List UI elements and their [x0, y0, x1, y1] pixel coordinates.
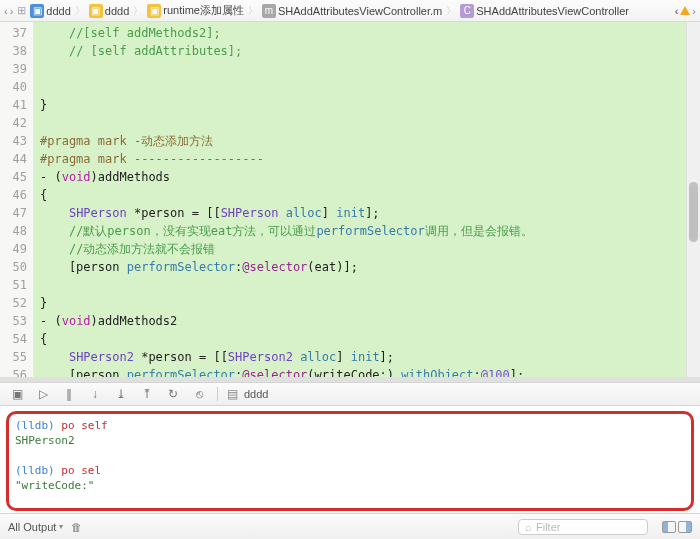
breadcrumb-item[interactable]: ▣dddd [30, 4, 70, 18]
line-number: 48 [0, 222, 27, 240]
proj-icon: ▣ [30, 4, 44, 18]
console-output[interactable]: (lldb) po selfSHPerson2 (lldb) po sel"wr… [6, 411, 694, 511]
line-number: 42 [0, 114, 27, 132]
breadcrumb-label: SHAddAttributesViewController [476, 5, 629, 17]
breadcrumb-bar: ‹ › ⊞ ▣dddd〉▣dddd〉▣runtime添加属性〉mSHAddAtt… [0, 0, 700, 22]
debug-toolbar-button[interactable]: ▣ [8, 387, 26, 401]
code-line[interactable] [40, 276, 700, 294]
breadcrumb-item[interactable]: 〉CSHAddAttributesViewController [442, 4, 629, 18]
breadcrumb-label: runtime添加属性 [163, 3, 244, 18]
code-line[interactable]: { [40, 186, 700, 204]
line-number: 43 [0, 132, 27, 150]
code-line[interactable]: //动态添加方法就不会报错 [40, 240, 700, 258]
breakpoint-icon[interactable]: ▤ [227, 387, 238, 401]
line-gutter: 3738394041424344454647484950515253545556… [0, 22, 34, 377]
debug-toolbar-button[interactable]: ⤓ [112, 387, 130, 401]
code-line[interactable]: [person performSelector:@selector(writeC… [40, 366, 700, 382]
console-line: "writeCode:" [15, 478, 685, 493]
toolbar-separator [217, 387, 218, 401]
breadcrumb-item[interactable]: 〉▣dddd [71, 4, 129, 18]
code-line[interactable]: //默认person，没有实现eat方法，可以通过performSelector… [40, 222, 700, 240]
debug-toolbar-button[interactable]: ↓ [86, 387, 104, 401]
m-icon: m [262, 4, 276, 18]
line-number: 38 [0, 42, 27, 60]
code-line[interactable]: } [40, 294, 700, 312]
show-console-view-button[interactable] [678, 521, 692, 533]
line-number: 47 [0, 204, 27, 222]
breadcrumb-label: SHAddAttributesViewController.m [278, 5, 442, 17]
breadcrumb-item[interactable]: 〉▣runtime添加属性 [129, 3, 244, 18]
line-number: 55 [0, 348, 27, 366]
code-line[interactable]: { [40, 330, 700, 348]
show-variables-view-button[interactable] [662, 521, 676, 533]
console-line [15, 448, 685, 463]
nav-forward-button[interactable]: › [10, 5, 14, 17]
debug-toolbar-button[interactable]: ↻ [164, 387, 182, 401]
debug-toolbar-button[interactable]: ▷ [34, 387, 52, 401]
output-filter-dropdown[interactable]: All Output ▾ [8, 521, 63, 533]
breadcrumb-label: dddd [105, 5, 129, 17]
console-line: 2018-01-01 12:03:51.595260+0800 dddd[271… [15, 508, 685, 511]
debug-console: (lldb) po selfSHPerson2 (lldb) po sel"wr… [0, 406, 700, 513]
related-items-icon[interactable]: ⊞ [17, 4, 26, 17]
code-line[interactable] [40, 60, 700, 78]
line-number: 54 [0, 330, 27, 348]
chevron-down-icon: ▾ [59, 522, 63, 531]
search-icon: ⌕ [525, 521, 532, 533]
line-number: 56 [0, 366, 27, 382]
vertical-scrollbar[interactable] [686, 22, 700, 377]
scrollbar-thumb[interactable] [689, 182, 698, 242]
console-line [15, 493, 685, 508]
line-number: 49 [0, 240, 27, 258]
folder-icon: ▣ [89, 4, 103, 18]
breadcrumb-item[interactable]: 〉mSHAddAttributesViewController.m [244, 4, 442, 18]
code-line[interactable]: SHPerson *person = [[SHPerson alloc] ini… [40, 204, 700, 222]
code-line[interactable]: SHPerson2 *person = [[SHPerson2 alloc] i… [40, 348, 700, 366]
console-line: (lldb) po self [15, 418, 685, 433]
code-line[interactable] [40, 78, 700, 96]
line-number: 44 [0, 150, 27, 168]
line-number: 37 [0, 24, 27, 42]
code-line[interactable]: } [40, 96, 700, 114]
console-line: (lldb) po sel [15, 463, 685, 478]
process-name[interactable]: dddd [244, 388, 268, 400]
line-number: 41 [0, 96, 27, 114]
nav-next-button[interactable]: ‹ [675, 5, 679, 17]
line-number: 51 [0, 276, 27, 294]
clear-console-button[interactable]: 🗑 [71, 521, 82, 533]
code-line[interactable]: - (void)addMethods2 [40, 312, 700, 330]
line-number: 50 [0, 258, 27, 276]
breadcrumb: ⊞ ▣dddd〉▣dddd〉▣runtime添加属性〉mSHAddAttribu… [17, 3, 670, 18]
debug-toolbar: ▣▷‖↓⤓⤒↻⎋ ▤ dddd [0, 382, 700, 406]
c-icon: C [460, 4, 474, 18]
debug-toolbar-button[interactable]: ⤒ [138, 387, 156, 401]
code-area[interactable]: //[self addMethods2]; // [self addAttrib… [34, 22, 700, 382]
nav-back-button[interactable]: ‹ [4, 5, 8, 17]
warning-icon[interactable] [680, 6, 690, 15]
line-number: 40 [0, 78, 27, 96]
code-line[interactable]: [person performSelector:@selector(eat)]; [40, 258, 700, 276]
filter-placeholder: Filter [536, 521, 560, 533]
code-line[interactable]: //[self addMethods2]; [40, 24, 700, 42]
line-number: 39 [0, 60, 27, 78]
assistant-next-button[interactable]: › [692, 5, 696, 17]
line-number: 53 [0, 312, 27, 330]
code-line[interactable]: // [self addAttributes]; [40, 42, 700, 60]
breadcrumb-label: dddd [46, 5, 70, 17]
line-number: 46 [0, 186, 27, 204]
code-editor[interactable]: 3738394041424344454647484950515253545556… [0, 22, 700, 382]
line-number: 45 [0, 168, 27, 186]
code-line[interactable] [40, 114, 700, 132]
output-filter-label: All Output [8, 521, 56, 533]
folder-icon: ▣ [147, 4, 161, 18]
console-filter-input[interactable]: ⌕ Filter [518, 519, 648, 535]
line-number: 52 [0, 294, 27, 312]
console-line: SHPerson2 [15, 433, 685, 448]
debug-toolbar-button[interactable]: ⎋ [190, 387, 208, 401]
code-line[interactable]: - (void)addMethods [40, 168, 700, 186]
console-bottom-bar: All Output ▾ 🗑 ⌕ Filter [0, 513, 700, 539]
debug-toolbar-button[interactable]: ‖ [60, 387, 78, 401]
code-line[interactable]: #pragma mark -动态添加方法 [40, 132, 700, 150]
code-line[interactable]: #pragma mark ------------------ [40, 150, 700, 168]
